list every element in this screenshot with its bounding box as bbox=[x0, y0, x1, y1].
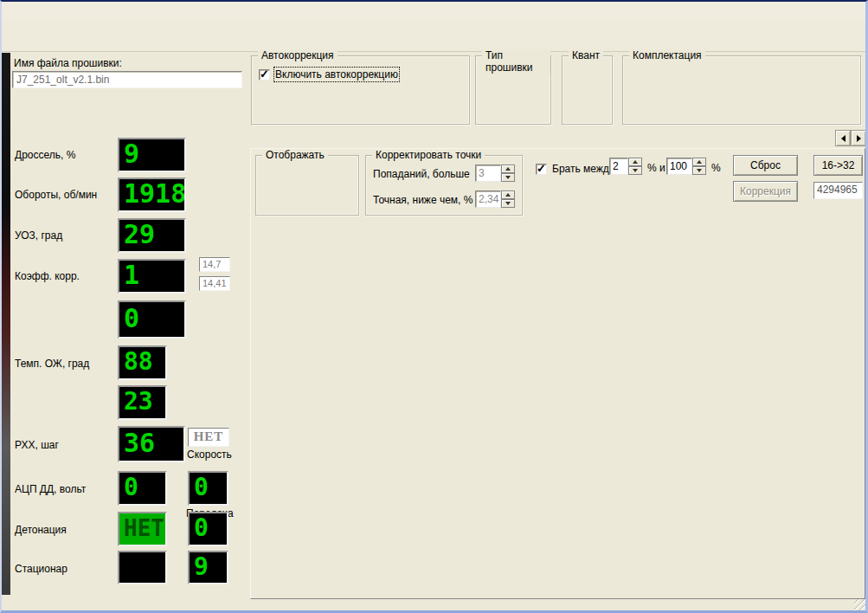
precise-below-label: Точная, ниже чем, % bbox=[373, 194, 473, 206]
knock-adc-label: АЦП ДД, вольт bbox=[15, 483, 86, 495]
rpm-display: 1918 bbox=[118, 177, 186, 212]
correct-points-title: Корректировать точки bbox=[372, 149, 485, 161]
equipment-title: Комплектация bbox=[629, 49, 705, 61]
spin-down-icon bbox=[501, 173, 515, 182]
coolant-temp-label: Темп. ОЖ, град bbox=[15, 358, 89, 370]
tab-content-panel bbox=[250, 148, 865, 599]
stationary-display bbox=[118, 551, 167, 584]
gear-display: 0 bbox=[188, 512, 228, 546]
tab-scroll-left-button[interactable] bbox=[835, 130, 851, 146]
correction-button[interactable]: Коррекция bbox=[733, 181, 798, 202]
between-low-unit: % и bbox=[647, 162, 665, 174]
autocorrection-group-title: Автокоррекция bbox=[258, 49, 338, 61]
ignition-advance-label: УОЗ, град bbox=[15, 229, 62, 242]
firmware-file-label: Имя файла прошивки: bbox=[14, 57, 122, 69]
spin-down-icon bbox=[692, 166, 706, 175]
quant-group: Квант bbox=[562, 55, 613, 125]
knock-display: НЕТ bbox=[118, 512, 167, 546]
firmware-type-group: Тип прошивки bbox=[475, 55, 551, 125]
afr-target-box: 14,7 bbox=[199, 257, 230, 272]
knock-adc-display: 0 bbox=[118, 471, 167, 506]
spin-down-icon bbox=[501, 199, 515, 208]
firmware-type-title: Тип прошивки bbox=[482, 49, 550, 74]
iac-steps-label: РХХ, шаг bbox=[15, 439, 59, 451]
toolbar bbox=[2, 19, 865, 52]
iac-steps-display: 36 bbox=[118, 426, 185, 462]
spin-down-icon bbox=[628, 166, 642, 175]
display-mode-title: Отображать bbox=[262, 149, 328, 161]
stationary-label: Стационар bbox=[15, 563, 68, 575]
enable-autocorrection-label: Включить автокоррекцию bbox=[275, 68, 398, 81]
counter-box: 4294965 bbox=[813, 182, 863, 199]
tab-scroll-right-button[interactable] bbox=[851, 130, 866, 146]
correction-coeff-label: Коэфф. корр. bbox=[15, 270, 80, 282]
coolant-temp-display: 88 bbox=[118, 345, 167, 380]
background-strip bbox=[2, 53, 10, 597]
spin-up-icon bbox=[628, 158, 642, 166]
precise-below-spinner[interactable]: 2,34 bbox=[475, 190, 515, 208]
quant-title: Квант bbox=[569, 49, 603, 61]
speed-display: 0 bbox=[188, 471, 228, 506]
throttle-display: 9 bbox=[118, 138, 186, 172]
convert-16-32-button[interactable]: 16->32 bbox=[813, 155, 863, 176]
hits-more-spinner[interactable]: 3 bbox=[475, 165, 515, 182]
aux-display: 0 bbox=[118, 300, 186, 339]
resize-grip[interactable] bbox=[854, 599, 865, 610]
ignition-advance-display: 29 bbox=[118, 218, 186, 253]
correct-points-group: Корректировать точки Попаданий, больше 3… bbox=[365, 155, 523, 216]
rpm-label: Обороты, об/мин bbox=[15, 189, 97, 201]
throttle-label: Дроссель, % bbox=[15, 149, 75, 161]
correction-coeff-display: 1 bbox=[118, 259, 186, 294]
checkbox-icon: ✓ bbox=[536, 164, 547, 175]
application-window: Имя файла прошивки: J7_251_olt_v2.1.bin … bbox=[0, 0, 868, 613]
reset-button[interactable]: Сброс bbox=[733, 155, 798, 176]
left-arrow-icon bbox=[841, 135, 845, 142]
knock-label: Детонация bbox=[15, 524, 67, 536]
take-between-checkbox[interactable]: ✓ Брать между bbox=[536, 161, 614, 177]
autocorrection-group: Автокоррекция ✓ Включить автокоррекцию bbox=[251, 55, 470, 125]
stationary-count-display: 9 bbox=[188, 551, 228, 584]
aux-temp-display: 23 bbox=[118, 385, 167, 420]
enable-autocorrection-checkbox[interactable]: ✓ Включить автокоррекцию bbox=[259, 67, 398, 82]
spin-up-icon bbox=[501, 165, 515, 173]
between-low-spinner[interactable]: 2 bbox=[609, 158, 642, 175]
tab-strip bbox=[250, 129, 835, 149]
equipment-group: Комплектация bbox=[622, 55, 861, 125]
between-high-spinner[interactable]: 100 bbox=[666, 158, 706, 175]
take-between-label: Брать между bbox=[552, 163, 614, 175]
speed-caption: Скорость bbox=[187, 448, 232, 461]
menu-bar bbox=[2, 2, 865, 19]
hits-more-label: Попаданий, больше bbox=[373, 168, 470, 180]
spin-up-icon bbox=[692, 158, 706, 166]
display-mode-group: Отображать bbox=[255, 155, 359, 216]
speed-flag-box: НЕТ bbox=[188, 428, 229, 447]
right-arrow-icon bbox=[857, 135, 861, 142]
checkbox-icon: ✓ bbox=[259, 69, 270, 81]
between-high-unit: % bbox=[711, 162, 721, 174]
afr-current-box: 14,41 bbox=[199, 276, 230, 291]
spin-up-icon bbox=[501, 190, 515, 199]
firmware-file-input[interactable]: J7_251_olt_v2.1.bin bbox=[12, 71, 242, 88]
